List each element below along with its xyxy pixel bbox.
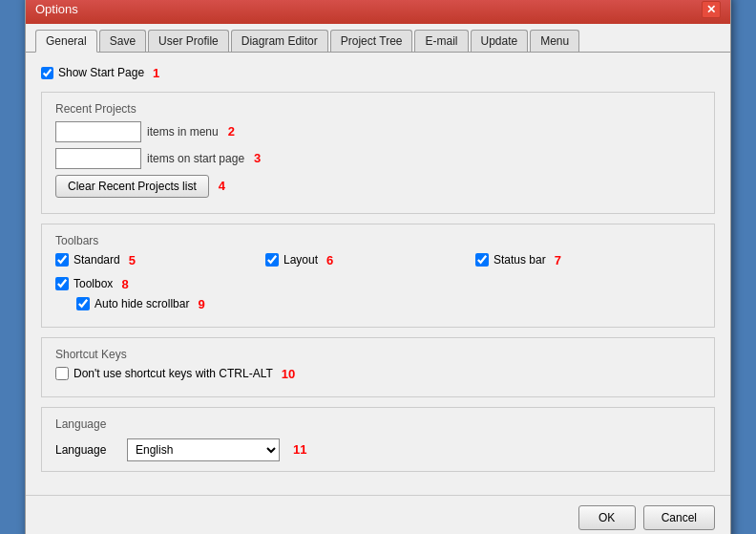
toolbox-badge: 8 <box>121 277 128 291</box>
standard-checkbox[interactable] <box>55 253 69 267</box>
close-button[interactable]: ✕ <box>702 1 721 18</box>
standard-checkbox-row: Standard 5 <box>55 253 265 267</box>
recent-projects-section: Recent Projects 15 items in menu 2 15 it… <box>41 92 715 214</box>
language-section-label: Language <box>55 417 701 431</box>
auto-hide-badge: 9 <box>198 297 204 311</box>
status-bar-checkbox[interactable] <box>475 253 489 267</box>
toolbars-label: Toolbars <box>55 234 701 247</box>
toolbox-checkbox[interactable] <box>55 277 69 290</box>
title-bar: Options ✕ <box>26 0 730 24</box>
items-in-menu-row: 15 items in menu 2 <box>55 121 701 142</box>
shortcut-keys-label: Shortcut Keys <box>55 348 701 361</box>
dont-use-shortcut-checkbox[interactable] <box>55 367 69 380</box>
ok-button[interactable]: OK <box>578 505 636 530</box>
content-area: Show Start Page 1 Recent Projects 15 ite… <box>26 53 730 495</box>
auto-hide-label: Auto hide scrollbar <box>94 297 189 310</box>
items-on-start-label: items on start page <box>147 152 244 165</box>
toolbox-checkbox-row: Toolbox 8 <box>55 277 265 291</box>
clear-recent-button[interactable]: Clear Recent Projects list <box>55 175 209 198</box>
show-start-page-badge: 1 <box>153 66 159 80</box>
items-in-menu-input[interactable]: 15 <box>55 121 141 142</box>
cancel-button[interactable]: Cancel <box>643 505 715 530</box>
tab-email[interactable]: E-mail <box>414 30 468 52</box>
items-on-start-input[interactable]: 15 <box>55 148 141 169</box>
show-start-page-row: Show Start Page 1 <box>41 66 715 80</box>
tab-project-tree[interactable]: Project Tree <box>330 30 413 52</box>
standard-badge: 5 <box>129 253 136 267</box>
tab-general[interactable]: General <box>35 30 97 53</box>
language-row: Language English German French Spanish 1… <box>55 438 701 461</box>
dialog-title: Options <box>35 2 78 16</box>
items-in-menu-label: items in menu <box>147 125 219 139</box>
tab-menu[interactable]: Menu <box>530 30 579 52</box>
items-on-start-badge: 3 <box>254 151 261 165</box>
clear-recent-row: Clear Recent Projects list 4 <box>55 175 701 198</box>
footer: OK Cancel <box>26 495 730 535</box>
shortcut-keys-section: Shortcut Keys Don't use shortcut keys wi… <box>41 337 715 397</box>
tab-user-profile[interactable]: User Profile <box>148 30 229 52</box>
show-start-page-checkbox[interactable] <box>41 67 53 79</box>
options-dialog: Options ✕ General Save User Profile Diag… <box>25 0 731 534</box>
dont-use-shortcut-badge: 10 <box>282 367 295 381</box>
language-select[interactable]: English German French Spanish <box>127 438 280 461</box>
items-on-start-row: 15 items on start page 3 <box>55 148 701 169</box>
tabs-bar: General Save User Profile Diagram Editor… <box>26 24 730 53</box>
show-start-page-label: Show Start Page <box>58 66 144 79</box>
auto-hide-checkbox[interactable] <box>76 297 90 310</box>
auto-hide-row: Auto hide scrollbar 9 <box>76 297 701 311</box>
layout-label: Layout <box>284 253 318 267</box>
dont-use-shortcut-row: Don't use shortcut keys with CTRL-ALT 10 <box>55 367 701 381</box>
layout-checkbox[interactable] <box>265 253 279 267</box>
items-in-menu-badge: 2 <box>228 124 235 139</box>
tab-save[interactable]: Save <box>99 30 146 52</box>
toolbars-grid: Standard 5 Layout 6 Status bar 7 Toolbox… <box>55 253 701 297</box>
standard-label: Standard <box>74 253 120 267</box>
language-label: Language <box>55 443 117 457</box>
toolbox-label: Toolbox <box>74 277 113 290</box>
tab-update[interactable]: Update <box>471 30 529 52</box>
clear-recent-badge: 4 <box>219 179 225 193</box>
recent-projects-label: Recent Projects <box>55 102 701 116</box>
language-section: Language Language English German French … <box>41 407 715 472</box>
status-bar-badge: 7 <box>555 253 561 267</box>
layout-checkbox-row: Layout 6 <box>265 253 475 267</box>
status-bar-label: Status bar <box>494 253 546 267</box>
tab-diagram-editor[interactable]: Diagram Editor <box>231 30 328 52</box>
layout-badge: 6 <box>326 253 333 267</box>
language-badge: 11 <box>293 442 306 457</box>
dont-use-shortcut-label: Don't use shortcut keys with CTRL-ALT <box>74 367 273 380</box>
status-bar-checkbox-row: Status bar 7 <box>475 253 685 267</box>
toolbars-section: Toolbars Standard 5 Layout 6 Status bar … <box>41 224 715 328</box>
